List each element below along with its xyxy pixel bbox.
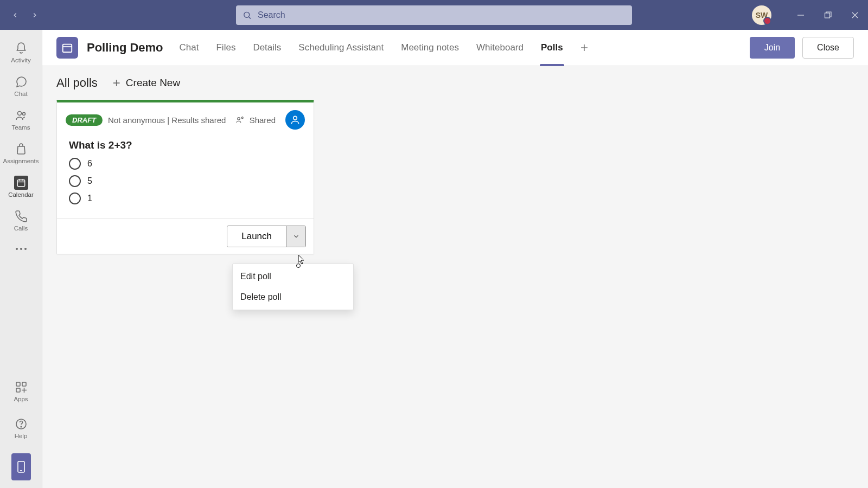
svg-rect-8 xyxy=(17,179,25,186)
title-bar: SW xyxy=(0,0,868,30)
rail-label: Teams xyxy=(12,124,30,131)
meeting-header: Polling Demo Chat Files Details Scheduli… xyxy=(42,30,868,66)
poll-option[interactable]: 1 xyxy=(69,192,302,204)
bag-icon xyxy=(14,142,28,156)
meeting-calendar-icon xyxy=(56,37,78,59)
launch-button[interactable]: Launch xyxy=(227,226,286,247)
poll-option-label: 1 xyxy=(87,194,92,203)
poll-option-label: 5 xyxy=(87,176,92,186)
tab-scheduling-assistant[interactable]: Scheduling Assistant xyxy=(290,30,392,66)
nav-back-button[interactable] xyxy=(9,9,22,22)
search-icon xyxy=(242,10,252,20)
svg-point-27 xyxy=(241,117,243,119)
rail-more-button[interactable] xyxy=(0,238,42,260)
close-button[interactable]: Close xyxy=(802,37,854,59)
tab-details[interactable]: Details xyxy=(244,30,290,66)
launch-dropdown-toggle[interactable] xyxy=(286,226,305,247)
rail-label: Chat xyxy=(14,91,27,97)
svg-point-14 xyxy=(24,248,27,250)
rail-mobile-button[interactable] xyxy=(11,453,31,480)
radio-icon xyxy=(69,158,81,170)
tab-chat[interactable]: Chat xyxy=(171,30,208,66)
window-close-button[interactable] xyxy=(846,7,864,24)
help-icon xyxy=(14,417,28,431)
radio-icon xyxy=(69,192,81,204)
rail-label: Activity xyxy=(11,57,30,63)
svg-point-7 xyxy=(22,112,25,115)
search-input[interactable] xyxy=(236,5,632,25)
svg-rect-22 xyxy=(63,44,72,53)
rail-item-calendar[interactable]: Calendar xyxy=(0,170,42,203)
rail-label: Calls xyxy=(14,225,28,232)
join-button[interactable]: Join xyxy=(750,37,795,59)
tab-polls[interactable]: Polls xyxy=(532,30,572,66)
tab-files[interactable]: Files xyxy=(207,30,244,66)
user-avatar[interactable]: SW xyxy=(752,5,771,25)
plus-icon: + xyxy=(113,76,120,89)
svg-point-0 xyxy=(244,12,250,17)
chat-icon xyxy=(14,75,28,89)
content-area: All polls + Create New DRAFT Not anonymo… xyxy=(42,66,868,488)
rail-item-help[interactable]: Help xyxy=(0,411,42,445)
polls-toolbar: All polls + Create New xyxy=(56,76,854,90)
poll-option-label: 6 xyxy=(87,159,92,169)
window-maximize-button[interactable] xyxy=(819,7,837,24)
launch-dropdown-menu: Edit poll Delete poll xyxy=(232,264,354,310)
svg-point-13 xyxy=(20,248,22,250)
rail-item-apps[interactable]: Apps xyxy=(0,374,42,408)
poll-question: What is 2+3? xyxy=(57,130,314,155)
svg-rect-16 xyxy=(22,382,26,386)
svg-point-28 xyxy=(293,116,297,120)
meeting-tabs: Chat Files Details Scheduling Assistant … xyxy=(171,30,593,66)
meeting-title: Polling Demo xyxy=(87,41,163,55)
tab-meeting-notes[interactable]: Meeting notes xyxy=(392,30,468,66)
shared-label: Shared xyxy=(250,115,276,125)
rail-item-calls[interactable]: Calls xyxy=(0,203,42,237)
phone-icon xyxy=(14,209,28,223)
svg-rect-15 xyxy=(16,382,20,386)
poll-option[interactable]: 6 xyxy=(69,158,302,170)
bell-icon xyxy=(14,41,28,55)
status-badge: DRAFT xyxy=(66,114,103,126)
calendar-icon xyxy=(14,176,28,190)
create-poll-button[interactable]: + Create New xyxy=(113,76,180,89)
svg-point-6 xyxy=(17,111,21,115)
shared-icon xyxy=(235,115,245,125)
poll-option[interactable]: 5 xyxy=(69,175,302,187)
apps-icon xyxy=(14,380,28,394)
svg-rect-3 xyxy=(825,13,830,18)
svg-point-19 xyxy=(21,426,22,427)
svg-point-26 xyxy=(237,118,240,120)
svg-rect-17 xyxy=(16,388,20,392)
rail-label: Apps xyxy=(14,396,28,402)
polls-section-title: All polls xyxy=(56,76,98,90)
nav-forward-button[interactable] xyxy=(28,9,41,22)
rail-label: Help xyxy=(15,433,28,439)
poll-card: DRAFT Not anonymous | Results shared Sha… xyxy=(56,100,314,254)
add-tab-button[interactable] xyxy=(575,38,593,57)
rail-item-assignments[interactable]: Assignments xyxy=(0,136,42,170)
menu-item-delete-poll[interactable]: Delete poll xyxy=(233,287,353,307)
menu-item-edit-poll[interactable]: Edit poll xyxy=(233,266,353,287)
svg-line-1 xyxy=(249,17,251,18)
rail-label: Assignments xyxy=(3,158,39,164)
launch-split-button: Launch xyxy=(227,226,306,247)
rail-item-chat[interactable]: Chat xyxy=(0,69,42,102)
create-poll-label: Create New xyxy=(126,77,180,89)
radio-icon xyxy=(69,175,81,187)
app-rail: Activity Chat Teams Assignments Calendar… xyxy=(0,30,42,488)
window-minimize-button[interactable] xyxy=(792,7,809,24)
poll-options: 6 5 1 xyxy=(57,155,314,219)
rail-label: Calendar xyxy=(8,191,34,198)
tab-whiteboard[interactable]: Whiteboard xyxy=(468,30,532,66)
owner-avatar[interactable] xyxy=(285,110,305,130)
people-icon xyxy=(14,108,28,123)
poll-meta-text: Not anonymous | Results shared xyxy=(108,115,226,125)
rail-item-teams[interactable]: Teams xyxy=(0,102,42,136)
svg-point-12 xyxy=(16,248,18,250)
rail-item-activity[interactable]: Activity xyxy=(0,35,42,69)
